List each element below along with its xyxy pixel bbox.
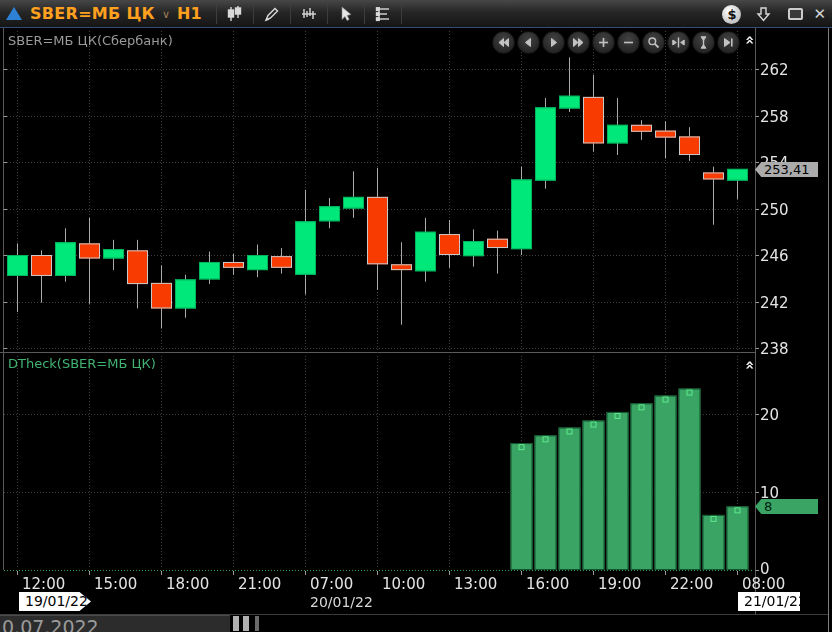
zoom-out-button[interactable] xyxy=(617,31,640,54)
collapse-main-pane-button[interactable]: « xyxy=(741,32,757,48)
zoom-in-button[interactable] xyxy=(592,31,615,54)
compress-vertical-button[interactable] xyxy=(692,31,715,54)
go-to-end-button[interactable] xyxy=(717,31,740,54)
dollar-icon[interactable]: $ xyxy=(722,5,741,24)
last-price-badge: 253,41 xyxy=(755,162,818,177)
background-window-grip xyxy=(233,616,239,631)
maximize-icon[interactable] xyxy=(788,8,803,20)
background-window-date-field: 0.07.2022 xyxy=(0,615,230,632)
date-label-mid: 20/01/22 xyxy=(310,594,373,610)
chart-nav-toolbar xyxy=(492,31,742,54)
close-icon[interactable]: ✕ xyxy=(811,7,828,22)
cursor-icon[interactable] xyxy=(332,2,360,26)
time-tick: 19:00 xyxy=(598,575,641,593)
toolbar-separator xyxy=(327,4,328,24)
main-chart-label: SBER=МБ ЦК(Сбербанк) xyxy=(8,33,173,48)
price-tick: 238 xyxy=(760,340,789,358)
scroll-left-button[interactable] xyxy=(517,31,540,54)
chart-window: SBER=МБ ЦК ∨ H1 xyxy=(0,0,832,632)
chevron-down-icon[interactable]: ∨ xyxy=(162,8,170,21)
background-window-grip xyxy=(255,616,259,631)
instrument-triangle-icon[interactable] xyxy=(6,7,22,20)
timeframe-label[interactable]: H1 xyxy=(177,4,202,23)
collapse-indicator-pane-button[interactable]: « xyxy=(741,357,757,373)
chart-canvas[interactable] xyxy=(0,0,832,632)
price-tick: 242 xyxy=(760,294,789,312)
toolbar-separator xyxy=(253,4,254,24)
toolbar-separator xyxy=(290,4,291,24)
compress-horizontal-button[interactable] xyxy=(667,31,690,54)
titlebar-right-group: $ ✕ xyxy=(722,0,828,28)
titlebar: SBER=МБ ЦК ∨ H1 xyxy=(0,0,832,28)
time-tick: 12:00 xyxy=(22,575,65,593)
price-tick: 250 xyxy=(760,201,789,219)
zoom-select-button[interactable] xyxy=(642,31,665,54)
price-tick: 258 xyxy=(760,108,789,126)
background-window-grip xyxy=(243,616,249,631)
download-arrow-icon[interactable] xyxy=(755,6,772,23)
date-badge-start: 19/01/22 xyxy=(19,592,91,611)
scroll-fast-right-button[interactable] xyxy=(567,31,590,54)
instrument-title[interactable]: SBER=МБ ЦК xyxy=(30,4,155,23)
time-tick: 07:00 xyxy=(310,575,353,593)
time-tick: 13:00 xyxy=(454,575,497,593)
titlebar-left-group: SBER=МБ ЦК ∨ H1 xyxy=(0,0,406,27)
scroll-fast-left-button[interactable] xyxy=(492,31,515,54)
pencil-icon[interactable] xyxy=(258,2,286,26)
time-tick: 21:00 xyxy=(238,575,281,593)
indicator-tick: 20 xyxy=(760,406,779,424)
time-tick: 18:00 xyxy=(166,575,209,593)
price-tick: 262 xyxy=(760,61,789,79)
time-tick: 16:00 xyxy=(526,575,569,593)
scroll-right-button[interactable] xyxy=(542,31,565,54)
toolbar-separator xyxy=(216,4,217,24)
time-tick: 08:00 xyxy=(742,575,785,593)
time-tick: 15:00 xyxy=(94,575,137,593)
toolbar-separator xyxy=(364,4,365,24)
time-tick: 22:00 xyxy=(670,575,713,593)
price-tick: 246 xyxy=(760,247,789,265)
indicator-label: DTheck(SBER=МБ ЦК) xyxy=(8,356,156,371)
date-badge-end: 21/01/22 xyxy=(738,592,800,611)
window-right-border xyxy=(828,28,829,632)
indicator-last-value-badge: 8 xyxy=(755,499,818,514)
trades-chart-icon[interactable] xyxy=(295,2,323,26)
time-tick: 10:00 xyxy=(382,575,425,593)
toolbar-separator xyxy=(401,4,402,24)
candlestick-chart-icon[interactable] xyxy=(221,2,249,26)
levels-list-icon[interactable] xyxy=(369,2,397,26)
